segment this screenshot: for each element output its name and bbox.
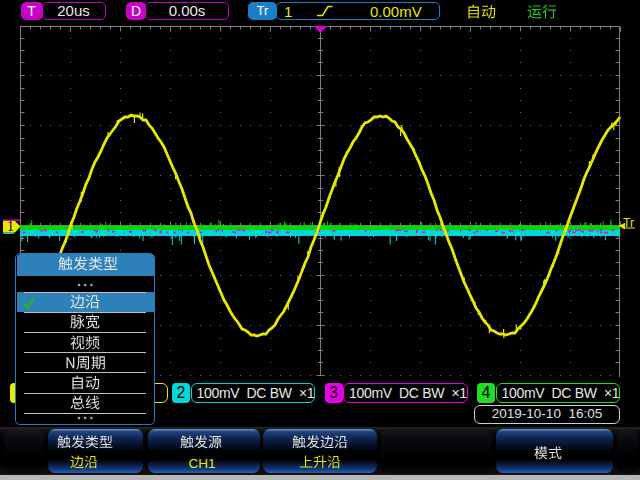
svg-text:1: 1 [7, 219, 14, 234]
